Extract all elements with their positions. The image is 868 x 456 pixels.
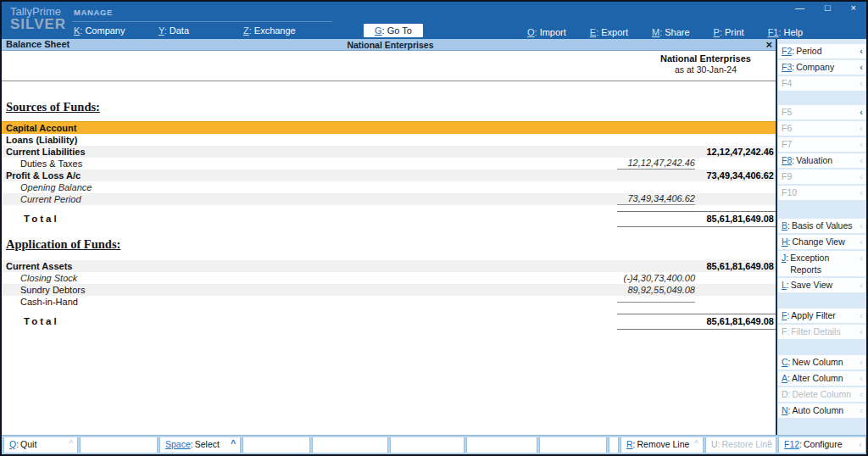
statusbar-colon: :	[633, 439, 636, 449]
statusbar-remove-line[interactable]: R:Remove Line^	[620, 437, 704, 453]
total-amount-inner	[617, 316, 695, 327]
report-column-header: National Enterprises as at 30-Jan-24	[644, 53, 767, 75]
sidebar-label: Save View	[791, 280, 832, 290]
row-amount-inner: 89,92,55,049.08	[617, 285, 695, 296]
report-row-loans-liability[interactable]: Loans (Liability)	[2, 134, 777, 146]
sidebar-button-h-change-view[interactable]: H:Change View‹	[778, 235, 865, 249]
menu-label: Export	[601, 27, 628, 37]
sidebar-key: C	[782, 357, 788, 367]
status-bar: Q:Quit^Space:Select^R:Remove Line^U:Rest…	[2, 435, 866, 454]
sidebar-button-f7: F7‹	[778, 137, 865, 152]
statusbar-colon: :	[718, 439, 721, 449]
chevron-left-icon: ‹	[860, 170, 863, 182]
manage-label: MANAGE	[74, 8, 113, 17]
close-icon[interactable]: ×	[851, 3, 856, 13]
restore-icon[interactable]: □	[825, 3, 831, 13]
sidebar-label: Auto Column	[793, 405, 844, 415]
total-amount: 85,61,81,649.08	[695, 316, 777, 327]
chevron-left-icon: ‹	[860, 356, 863, 368]
sidebar-button-f3-company[interactable]: F3:Company‹	[778, 60, 865, 75]
sidebar-button-n-auto-column[interactable]: N:Auto Column‹	[778, 403, 865, 418]
sidebar-button-f8-valuation[interactable]: F8:Valuation‹	[778, 153, 865, 168]
chevron-left-icon: ‹	[859, 437, 862, 451]
menu-label: Import	[540, 27, 566, 37]
menu-help[interactable]: F1:Help	[768, 27, 804, 37]
chevron-left-icon: ‹	[860, 61, 863, 73]
total-amounts: 85,61,81,649.08	[617, 211, 777, 227]
chevron-left-icon: ‹	[860, 309, 863, 321]
statusbar-label: Select	[195, 439, 220, 449]
sidebar-button-j-exception-reports[interactable]: J:Exception Reports‹	[778, 251, 865, 276]
menu-share[interactable]: M:Share	[652, 27, 690, 37]
brand-edition: SILVER	[10, 18, 66, 31]
menu-export[interactable]: E:Export	[590, 27, 628, 37]
sidebar-button-c-new-column[interactable]: C:New Column‹	[778, 355, 865, 370]
goto-button[interactable]: G:Go To	[364, 24, 423, 37]
report-bar-company: National Enterprises	[2, 40, 779, 50]
menu-import[interactable]: O:Import	[527, 27, 566, 37]
report-row-duties-taxes[interactable]: Duties & Taxes12,12,47,242.46	[2, 158, 777, 170]
sidebar-key: A	[782, 373, 787, 383]
statusbar-colon: :	[799, 439, 802, 449]
total-amount: 85,61,81,649.08	[695, 214, 777, 225]
report-row-current-liabilities[interactable]: Current Liabilities12,12,47,242.46	[2, 146, 777, 158]
sidebar-colon: :	[792, 62, 794, 72]
report-row-cash-in-hand[interactable]: Cash-in-Hand	[2, 296, 777, 308]
minimize-icon[interactable]: —	[795, 3, 804, 13]
sidebar-button-f10: F10‹	[778, 186, 865, 200]
chevron-left-icon: ‹	[860, 220, 863, 231]
report-row-current-assets[interactable]: Current Assets85,61,81,649.08	[2, 260, 777, 272]
menu-colon: :	[720, 27, 722, 37]
total-label: Total	[2, 214, 617, 225]
sources-total-row[interactable]: Total 85,61,81,649.08	[2, 211, 777, 227]
statusbar-select[interactable]: Space:Select^	[159, 437, 241, 453]
row-name: Current Period	[2, 194, 617, 205]
statusbar-key: R	[626, 439, 633, 449]
row-name: Duties & Taxes	[2, 158, 617, 170]
row-amount-outer: 73,49,34,406.62	[695, 170, 777, 181]
menu-data[interactable]: Y:Data	[159, 25, 243, 36]
sidebar-colon: :	[787, 326, 789, 336]
report-row-profit-loss-a-c[interactable]: Profit & Loss A/c73,49,34,406.62	[2, 170, 777, 181]
goto-label: Go To	[387, 25, 412, 36]
statusbar-quit[interactable]: Q:Quit^	[3, 437, 78, 453]
menu-colon: :	[535, 27, 537, 37]
menu-colon: :	[778, 27, 781, 37]
menu-label: Company	[85, 25, 125, 36]
row-name: Closing Stock	[2, 273, 617, 284]
menu-print[interactable]: P:Print	[714, 27, 744, 37]
statusbar-configure[interactable]: F12:Configure‹	[778, 437, 866, 453]
menu-exchange[interactable]: Z:Exchange	[243, 25, 328, 36]
report-row-current-period[interactable]: Current Period73,49,34,406.62	[2, 193, 777, 205]
sidebar-label: Company	[796, 62, 834, 72]
chevron-left-icon: ‹	[860, 106, 863, 118]
report-row-opening-balance[interactable]: Opening Balance	[2, 181, 777, 193]
menubar-left: K:CompanyY:DataZ:Exchange	[74, 25, 328, 36]
statusbar-key: Q	[9, 439, 16, 449]
sidebar-button-b-basis-of-values[interactable]: B:Basis of Values‹	[778, 219, 865, 233]
chevron-left-icon: ‹	[860, 236, 863, 247]
report-company: National Enterprises	[644, 53, 767, 64]
statusbar-empty-segment	[609, 437, 619, 453]
row-name: Cash-in-Hand	[2, 297, 617, 308]
menu-key: Z	[243, 25, 249, 36]
menu-company[interactable]: K:Company	[74, 25, 159, 36]
sidebar-key: F3	[782, 62, 792, 72]
sidebar-key: F10	[782, 187, 797, 197]
report-row-capital-account[interactable]: Capital Account	[2, 121, 777, 134]
report-row-closing-stock[interactable]: Closing Stock(-)4,30,73,400.00	[2, 272, 777, 284]
sidebar-button-l-save-view[interactable]: L:Save View‹	[778, 278, 865, 292]
sidebar-key: F2	[782, 46, 792, 56]
sidebar-key: F8	[782, 155, 792, 165]
sidebar-button-f-apply-filter[interactable]: F:Apply Filter‹	[778, 309, 865, 323]
sidebar-button-a-alter-column[interactable]: A:Alter Column‹	[778, 371, 865, 386]
sidebar-colon: :	[786, 253, 788, 263]
report-row-sundry-debtors[interactable]: Sundry Debtors89,92,55,049.08	[2, 284, 777, 296]
report-close-icon[interactable]: ×	[765, 38, 772, 51]
chevron-left-icon: ‹	[860, 279, 863, 291]
sidebar-colon: :	[788, 236, 791, 247]
sidebar-button-f2-period[interactable]: F2:Period‹	[778, 44, 865, 58]
sidebar-group-5: C:New Column‹A:Alter Column‹D:Delete Col…	[777, 355, 866, 418]
application-total-row[interactable]: Total 85,61,81,649.08	[2, 314, 777, 330]
report-title-bar: Balance Sheet National Enterprises ×	[2, 39, 779, 51]
